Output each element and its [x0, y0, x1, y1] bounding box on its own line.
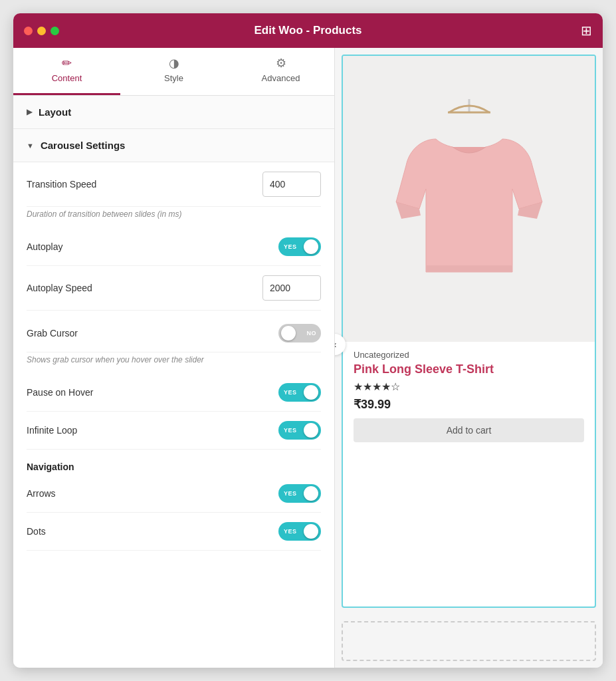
product-info: Uncategorized Pink Long Sleeve T-Shirt ★…: [343, 342, 595, 450]
infinite-loop-toggle-wrap: YES: [278, 421, 321, 440]
grab-cursor-no-label: NO: [307, 330, 317, 337]
panel-content: ▶ Layout ▼ Carousel Settings Transition …: [13, 96, 334, 668]
infinite-loop-yes-label: YES: [284, 427, 297, 434]
style-tab-icon: ◑: [169, 56, 179, 70]
tab-style[interactable]: ◑ Style: [120, 48, 227, 95]
grab-cursor-hint: Shows grab cursor when you hover over th…: [27, 352, 321, 374]
dots-toggle-wrap: YES: [278, 522, 321, 541]
grab-cursor-toggle-wrap: NO: [278, 324, 321, 342]
product-sweatshirt-svg: [383, 86, 556, 312]
autoplay-yes-label: YES: [284, 243, 297, 250]
minimize-button[interactable]: [37, 27, 46, 35]
tab-style-label: Style: [164, 73, 183, 83]
close-button[interactable]: [24, 27, 33, 35]
carousel-section-header[interactable]: ▼ Carousel Settings: [13, 129, 334, 162]
autoplay-slider-track: YES: [278, 237, 321, 256]
infinite-loop-row: Infinite Loop YES: [27, 412, 321, 450]
grab-cursor-section: Grab Cursor NO: [27, 311, 321, 374]
tab-advanced[interactable]: ⚙ Advanced: [227, 48, 334, 95]
infinite-loop-slider-track: YES: [278, 421, 321, 440]
grab-cursor-label: Grab Cursor: [27, 328, 78, 339]
dots-label: Dots: [27, 526, 46, 537]
tabs-bar: ✏ Content ◑ Style ⚙ Advanced: [13, 48, 334, 96]
pause-on-hover-toggle[interactable]: YES: [278, 383, 321, 402]
transition-speed-row: Transition Speed: [27, 162, 321, 207]
grid-icon[interactable]: ⊞: [581, 23, 592, 39]
svg-rect-4: [426, 265, 512, 272]
autoplay-row: Autoplay YES: [27, 228, 321, 266]
autoplay-toggle-wrap: YES: [278, 237, 321, 256]
arrows-yes-label: YES: [284, 490, 297, 497]
infinite-loop-toggle[interactable]: YES: [278, 421, 321, 440]
dots-knob: [304, 524, 318, 539]
arrows-toggle[interactable]: YES: [278, 484, 321, 503]
layout-section-label: Layout: [39, 106, 71, 118]
window-controls: [24, 27, 59, 35]
grab-cursor-knob: [281, 326, 296, 340]
layout-section-header[interactable]: ▶ Layout: [13, 96, 334, 129]
product-stars: ★★★★☆: [354, 380, 584, 393]
autoplay-speed-row: Autoplay Speed: [27, 266, 321, 311]
pause-on-hover-toggle-wrap: YES: [278, 383, 321, 402]
dashed-placeholder: [342, 621, 596, 661]
product-title: Pink Long Sleeve T-Shirt: [354, 362, 584, 376]
pause-on-hover-row: Pause on Hover YES: [27, 374, 321, 412]
maximize-button[interactable]: [51, 27, 59, 35]
transition-speed-input[interactable]: [262, 172, 321, 197]
right-panel: ‹: [335, 48, 603, 668]
navigation-label: Navigation: [27, 450, 321, 475]
grab-cursor-row: Grab Cursor NO: [27, 315, 321, 352]
pause-on-hover-slider-track: YES: [278, 383, 321, 402]
tab-advanced-label: Advanced: [262, 73, 300, 83]
product-category: Uncategorized: [354, 350, 584, 360]
pause-on-hover-yes-label: YES: [284, 389, 297, 396]
autoplay-speed-label: Autoplay Speed: [27, 283, 92, 293]
left-panel: ✏ Content ◑ Style ⚙ Advanced ▶ Layout: [13, 48, 335, 668]
product-image: [343, 56, 595, 342]
infinite-loop-label: Infinite Loop: [27, 425, 77, 436]
grab-cursor-slider-track: NO: [278, 324, 321, 342]
carousel-arrow: ▼: [27, 142, 34, 150]
autoplay-knob: [304, 239, 318, 254]
arrows-toggle-wrap: YES: [278, 484, 321, 503]
product-card: Uncategorized Pink Long Sleeve T-Shirt ★…: [342, 55, 596, 608]
dots-slider-track: YES: [278, 522, 321, 541]
main-layout: ✏ Content ◑ Style ⚙ Advanced ▶ Layout: [13, 48, 603, 668]
tab-content[interactable]: ✏ Content: [13, 48, 120, 95]
arrows-label: Arrows: [27, 488, 56, 499]
arrows-knob: [304, 486, 318, 501]
pause-on-hover-label: Pause on Hover: [27, 387, 93, 398]
autoplay-label: Autoplay: [27, 241, 62, 252]
app-window: Edit Woo - Products ⊞ ✏ Content ◑ Style …: [13, 13, 603, 668]
autoplay-speed-input[interactable]: [262, 275, 321, 301]
product-price: ₹39.99: [354, 397, 584, 412]
layout-arrow: ▶: [27, 108, 32, 116]
grab-cursor-toggle[interactable]: NO: [278, 324, 321, 342]
dots-yes-label: YES: [284, 528, 297, 535]
transition-speed-hint: Duration of transition between slides (i…: [27, 207, 321, 228]
pause-on-hover-knob: [304, 385, 318, 400]
arrows-slider-track: YES: [278, 484, 321, 503]
advanced-tab-icon: ⚙: [276, 56, 286, 70]
dots-row: Dots YES: [27, 513, 321, 551]
dots-toggle[interactable]: YES: [278, 522, 321, 541]
window-title: Edit Woo - Products: [254, 24, 361, 37]
infinite-loop-knob: [304, 423, 318, 438]
add-to-cart-button[interactable]: Add to cart: [354, 418, 584, 442]
titlebar: Edit Woo - Products ⊞: [13, 13, 603, 48]
carousel-section-label: Carousel Settings: [41, 140, 126, 151]
arrows-row: Arrows YES: [27, 475, 321, 513]
tab-content-label: Content: [52, 73, 82, 83]
carousel-section-body: Transition Speed Duration of transition …: [13, 162, 334, 551]
content-tab-icon: ✏: [62, 56, 72, 70]
product-image-area: [343, 56, 595, 342]
transition-speed-label: Transition Speed: [27, 179, 96, 190]
autoplay-toggle[interactable]: YES: [278, 237, 321, 256]
